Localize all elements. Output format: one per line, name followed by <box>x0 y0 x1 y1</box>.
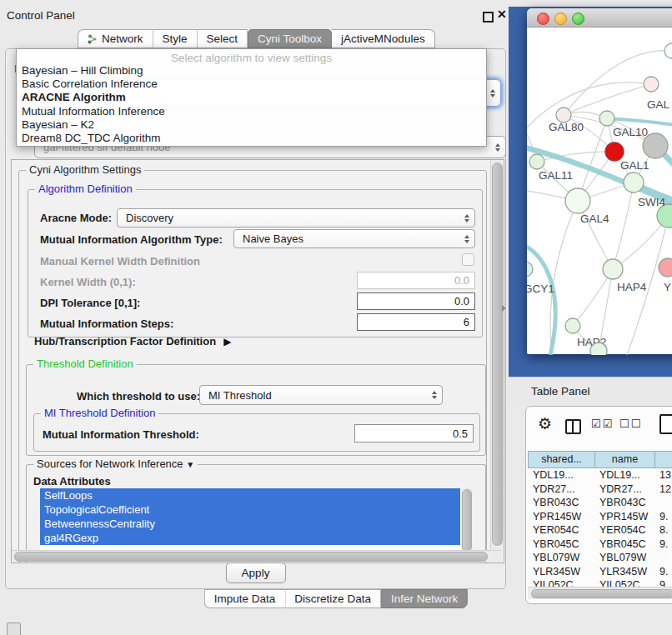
gear-icon[interactable]: ⚙ <box>538 414 552 433</box>
tab-discretize-data[interactable]: Discretize Data <box>285 589 381 608</box>
network-node[interactable] <box>603 259 623 279</box>
table-cell[interactable]: 12 <box>654 482 672 497</box>
tab-style[interactable]: Style <box>153 29 198 48</box>
deselect-all-icon[interactable]: ☐☐ <box>619 418 642 430</box>
table-cell[interactable]: YDR27... <box>528 482 594 497</box>
network-node[interactable] <box>529 154 544 169</box>
network-node-label: GAL4 <box>580 212 609 225</box>
network-node[interactable] <box>644 77 659 92</box>
algorithm-option[interactable]: Mutual Information Inference <box>17 105 486 118</box>
table-cell[interactable]: YDL19... <box>528 468 594 482</box>
table-cell[interactable]: YBR045C <box>528 538 594 552</box>
data-attribute-item[interactable]: gal4RGexp <box>40 531 460 545</box>
table-cell[interactable]: YDL19... <box>594 468 654 482</box>
table-cell[interactable]: YPR145W <box>528 510 594 524</box>
tab-infer-network[interactable]: Infer Network <box>381 589 468 608</box>
algorithm-option[interactable]: Basic Correlation Inference <box>17 78 486 91</box>
table-cell[interactable]: YIL052C <box>528 578 594 587</box>
network-node[interactable] <box>643 133 668 158</box>
minimize-button[interactable] <box>554 12 567 25</box>
table-cell[interactable]: YER054C <box>528 523 594 538</box>
which-threshold-combo[interactable]: MI Threshold <box>199 385 443 405</box>
settings-vertical-scrollbar[interactable] <box>490 160 503 550</box>
mi-steps-field[interactable]: 6 <box>357 313 475 331</box>
table-cell[interactable] <box>654 551 672 565</box>
table-row[interactable]: YPR145WYPR145W9. <box>528 510 672 524</box>
tab-cyni-toolbox[interactable]: Cyni Toolbox <box>248 29 332 48</box>
table-row[interactable]: YLR345WYLR345W9. <box>528 565 672 579</box>
hub-definition-toggle[interactable]: Hub/Transcription Factor Definition ▶ <box>34 335 231 348</box>
network-node[interactable] <box>624 172 644 192</box>
columns-icon[interactable] <box>565 419 581 434</box>
network-node[interactable] <box>599 111 614 126</box>
collapse-down-icon[interactable]: ▼ <box>186 460 194 469</box>
table-cell[interactable]: 9. <box>654 578 672 587</box>
tab-jactivemnodules[interactable]: jActiveMNodules <box>332 29 435 48</box>
table-cell[interactable]: YIL052C <box>594 578 654 587</box>
table-cell[interactable]: 8. <box>654 523 672 538</box>
table-cell[interactable]: YDR27... <box>594 482 654 497</box>
select-all-icon[interactable]: ☑☑ <box>591 418 614 430</box>
algorithm-option[interactable]: Bayesian – Hill Climbing <box>17 64 486 78</box>
network-node[interactable] <box>664 43 672 58</box>
settings-horizontal-scrollbar[interactable] <box>12 550 502 562</box>
table-row[interactable]: YBR043CYBR043C <box>528 496 672 510</box>
panel-grip-icon[interactable] <box>7 622 21 635</box>
table-cell[interactable]: 13 <box>654 468 672 482</box>
column-header-name[interactable]: name <box>595 451 655 468</box>
column-header-third[interactable] <box>655 451 672 468</box>
table-cell[interactable]: YBR045C <box>594 538 654 552</box>
algorithm-option[interactable]: Dream8 DC_TDC Algorithm <box>17 132 486 145</box>
table-row[interactable]: YER054CYER054C8. <box>528 523 672 538</box>
data-attribute-item[interactable]: TopologicalCoefficient <box>40 502 460 517</box>
table-row[interactable]: YIL052CYIL052C9. <box>528 578 672 587</box>
network-node[interactable] <box>565 188 590 213</box>
table-horizontal-scrollbar[interactable] <box>528 587 672 599</box>
table-cell[interactable]: 9. <box>654 565 672 579</box>
table-row[interactable]: YDL19...YDL19...13 <box>528 468 672 482</box>
table-cell[interactable]: YBL079W <box>594 551 654 565</box>
kernel-width-field[interactable]: 0.0 <box>357 272 475 289</box>
table-cell[interactable]: YBL079W <box>528 551 594 565</box>
page-icon[interactable] <box>659 414 672 434</box>
table-cell[interactable]: 9. <box>654 538 672 552</box>
zoom-button[interactable] <box>572 12 584 25</box>
table-cell[interactable]: YBR043C <box>528 496 594 510</box>
float-panel-icon[interactable] <box>483 12 494 22</box>
table-cell[interactable]: YPR145W <box>594 510 654 524</box>
network-node[interactable] <box>659 258 672 277</box>
table-cell[interactable]: YLR345W <box>528 565 594 579</box>
network-node[interactable] <box>527 262 533 277</box>
attributes-scrollbar[interactable] <box>461 488 472 552</box>
tab-network[interactable]: Network <box>78 29 153 48</box>
network-canvas[interactable]: GALGAL80GAL10GAL1GAL11GAL4SWI4GCY1HAP4YH… <box>527 28 672 355</box>
data-attribute-item[interactable]: SelfLoops <box>40 488 460 502</box>
mi-threshold-field[interactable]: 0.5 <box>354 424 474 442</box>
tab-select[interactable]: Select <box>198 29 248 48</box>
data-attribute-item[interactable]: BetweennessCentrality <box>40 517 460 531</box>
splitter-handle-icon[interactable] <box>502 305 506 312</box>
table-row[interactable]: YBL079WYBL079W <box>528 551 672 565</box>
manual-kernel-checkbox[interactable] <box>462 253 474 266</box>
close-panel-icon[interactable]: ✕ <box>497 8 507 21</box>
aracne-mode-combo[interactable]: Discovery <box>117 208 475 228</box>
apply-button[interactable]: Apply <box>226 562 286 583</box>
tab-impute-data[interactable]: Impute Data <box>204 589 286 608</box>
dpi-tolerance-field[interactable]: 0.0 <box>357 292 475 310</box>
table-cell[interactable] <box>654 496 672 510</box>
algorithm-option[interactable]: ARACNE Algorithm <box>17 91 486 104</box>
table-row[interactable]: YDR27...YDR27...12 <box>528 482 672 497</box>
mi-type-combo[interactable]: Naive Bayes <box>233 229 475 248</box>
algorithm-options-list: Bayesian – Hill ClimbingBasic Correlatio… <box>17 64 486 145</box>
network-node[interactable] <box>565 318 580 333</box>
algorithm-option[interactable]: Bayesian – K2 <box>17 118 486 132</box>
table-cell[interactable]: YLR345W <box>594 565 654 579</box>
network-node[interactable] <box>605 142 624 161</box>
column-header-shared-name[interactable]: shared... <box>528 451 595 468</box>
network-node[interactable] <box>590 342 607 355</box>
table-cell[interactable]: YER054C <box>594 523 654 538</box>
table-cell[interactable]: YBR043C <box>594 496 654 510</box>
table-row[interactable]: YBR045CYBR045C9. <box>528 538 672 552</box>
table-cell[interactable]: 9. <box>654 510 672 524</box>
close-button[interactable] <box>537 12 549 25</box>
